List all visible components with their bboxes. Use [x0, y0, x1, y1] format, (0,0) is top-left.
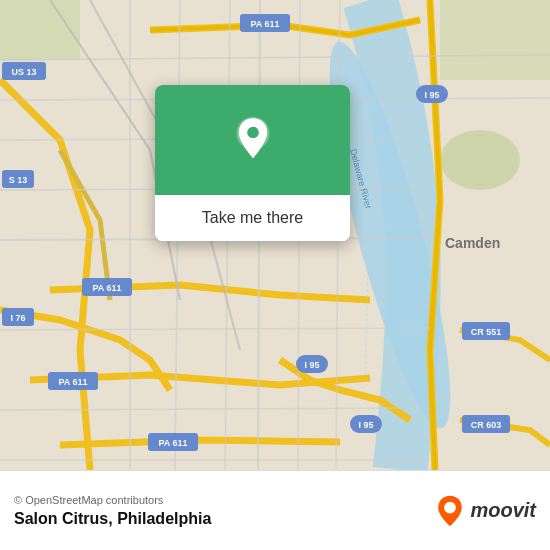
- svg-text:PA 611: PA 611: [250, 19, 279, 29]
- moovit-logo: moovit: [434, 495, 536, 527]
- svg-text:I 95: I 95: [304, 360, 319, 370]
- svg-point-35: [445, 501, 457, 513]
- svg-rect-3: [440, 0, 550, 80]
- place-info: © OpenStreetMap contributors Salon Citru…: [14, 494, 211, 528]
- svg-point-4: [440, 130, 520, 190]
- svg-text:Camden: Camden: [445, 235, 500, 251]
- moovit-pin-icon: [434, 495, 466, 527]
- popup-header: [155, 85, 350, 195]
- map-view: PA 611 US 13 S 13 I 76 PA 611 PA 611 PA …: [0, 0, 550, 470]
- bottom-bar: © OpenStreetMap contributors Salon Citru…: [0, 470, 550, 550]
- location-popup: Take me there: [155, 85, 350, 241]
- svg-rect-2: [0, 0, 80, 60]
- svg-text:I 95: I 95: [358, 420, 373, 430]
- take-me-there-button[interactable]: Take me there: [155, 195, 350, 241]
- svg-text:PA 611: PA 611: [158, 438, 187, 448]
- svg-text:PA 611: PA 611: [58, 377, 87, 387]
- place-name: Salon Citrus, Philadelphia: [14, 510, 211, 528]
- svg-text:I 76: I 76: [10, 313, 25, 323]
- svg-text:PA 611: PA 611: [92, 283, 121, 293]
- svg-text:I 95: I 95: [424, 90, 439, 100]
- map-attribution: © OpenStreetMap contributors: [14, 494, 211, 506]
- svg-point-34: [247, 127, 259, 139]
- svg-text:CR 551: CR 551: [471, 327, 502, 337]
- svg-text:S 13: S 13: [9, 175, 28, 185]
- svg-text:US 13: US 13: [11, 67, 36, 77]
- location-pin-icon: [228, 115, 278, 165]
- moovit-label: moovit: [470, 499, 536, 522]
- svg-text:CR 603: CR 603: [471, 420, 502, 430]
